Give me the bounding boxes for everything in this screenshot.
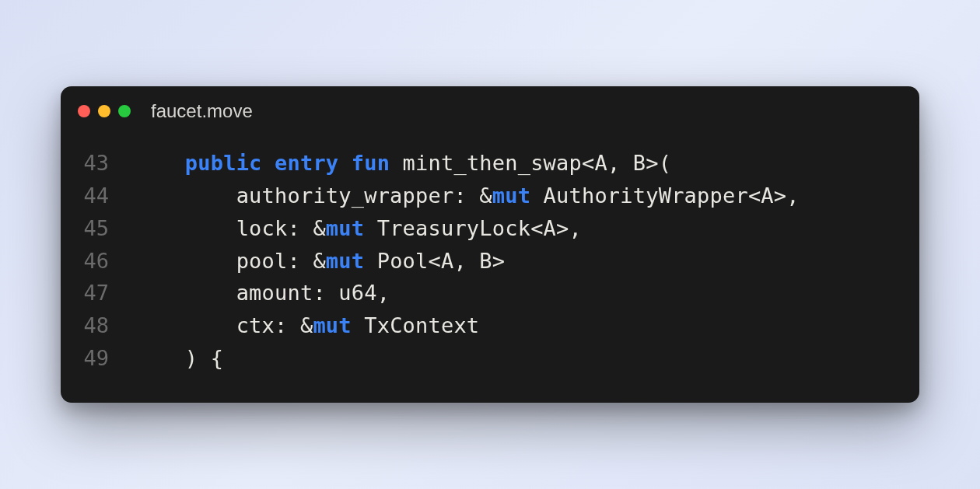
line-number: 45 [78,212,134,245]
editor-window: faucet.move 43 public entry fun mint_the… [61,86,919,403]
code-content: ctx: &mut TxContext [134,309,479,342]
filename-label: faucet.move [151,100,253,122]
code-content: amount: u64, [134,277,390,309]
line-number: 44 [78,180,134,212]
maximize-icon[interactable] [118,105,131,117]
line-number: 49 [78,342,134,375]
titlebar: faucet.move [61,86,919,128]
line-number: 47 [78,277,134,309]
code-line: 46 pool: &mut Pool<A, B> [78,245,902,278]
code-line: 43 public entry fun mint_then_swap<A, B>… [78,147,902,180]
code-content: public entry fun mint_then_swap<A, B>( [134,147,671,180]
code-area[interactable]: 43 public entry fun mint_then_swap<A, B>… [61,128,919,381]
close-icon[interactable] [78,105,90,117]
code-line: 47 amount: u64, [78,277,902,309]
line-number: 43 [78,147,134,180]
code-content: ) { [134,342,223,375]
code-content: pool: &mut Pool<A, B> [134,245,505,278]
line-number: 48 [78,309,134,342]
minimize-icon[interactable] [98,105,110,117]
traffic-lights [78,105,131,117]
code-line: 45 lock: &mut TreasuryLock<A>, [78,212,902,245]
code-line: 48 ctx: &mut TxContext [78,309,902,342]
line-number: 46 [78,245,134,278]
code-line: 44 authority_wrapper: &mut AuthorityWrap… [78,180,902,212]
code-line: 49 ) { [78,342,902,375]
code-content: lock: &mut TreasuryLock<A>, [134,212,582,245]
code-content: authority_wrapper: &mut AuthorityWrapper… [134,180,800,212]
